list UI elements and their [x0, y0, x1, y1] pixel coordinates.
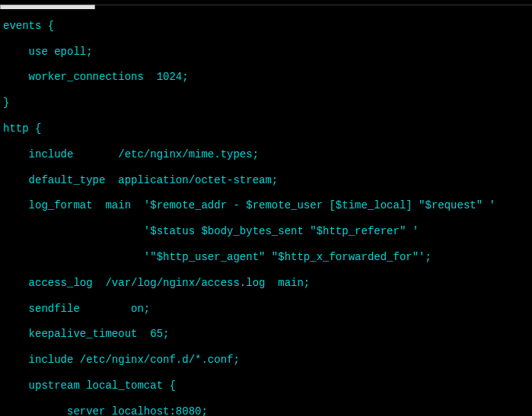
code-line: access_log /var/log/nginx/access.log mai… [3, 277, 529, 290]
editor-tab[interactable] [0, 5, 95, 9]
terminal-content[interactable]: events { use epoll; worker_connections 1… [0, 5, 532, 416]
code-line: events { [3, 20, 529, 33]
code-line: http { [3, 122, 529, 135]
code-line: '$status $body_bytes_sent "$http_referer… [3, 225, 529, 238]
tab-bar [0, 0, 532, 5]
code-line: '"$http_user_agent" "$http_x_forwarded_f… [3, 251, 529, 264]
code-line: keepalive_timeout 65; [3, 328, 529, 341]
code-line: upstream local_tomcat { [3, 379, 529, 392]
code-line: } [3, 97, 529, 110]
code-line: include /etc/nginx/mime.types; [3, 148, 529, 161]
code-line: use epoll; [3, 46, 529, 59]
code-line: sendfile on; [3, 303, 529, 316]
code-line: default_type application/octet-stream; [3, 174, 529, 187]
code-line: worker_connections 1024; [3, 71, 529, 84]
code-line: log_format main '$remote_addr - $remote_… [3, 199, 529, 212]
code-line: server localhost:8080; [3, 405, 529, 416]
code-line: include /etc/nginx/conf.d/*.conf; [3, 354, 529, 367]
